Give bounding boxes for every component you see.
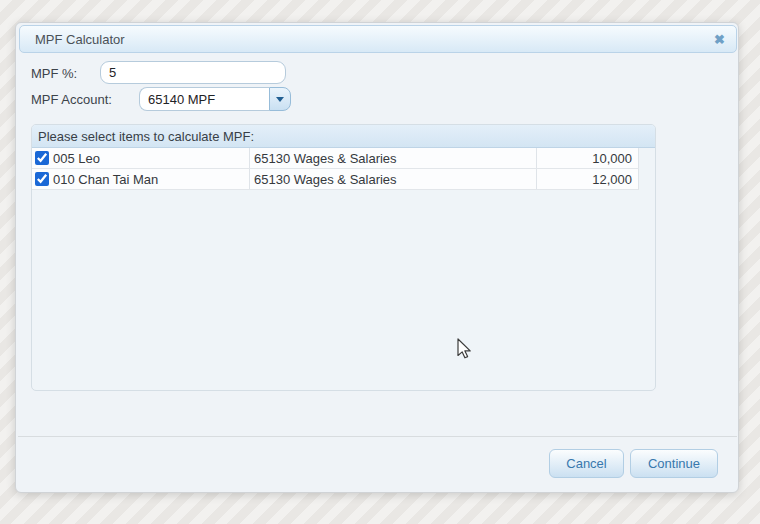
items-panel-header: Please select items to calculate MPF: xyxy=(32,125,655,148)
dialog-titlebar[interactable]: MPF Calculator ✖ xyxy=(19,25,737,53)
items-table: 005 Leo 65130 Wages & Salaries 10,000 01… xyxy=(32,148,639,190)
row-checkbox[interactable] xyxy=(35,151,49,165)
employee-cell: 010 Chan Tai Man xyxy=(32,169,250,189)
dialog-title: MPF Calculator xyxy=(35,32,125,47)
items-panel: Please select items to calculate MPF: 00… xyxy=(31,124,656,391)
desktop-background: { "dialog": { "title": "MPF Calculator",… xyxy=(0,0,760,524)
mpf-calculator-dialog: MPF Calculator ✖ MPF %: MPF Account: Ple… xyxy=(15,22,739,493)
mpf-account-dropdown-button[interactable] xyxy=(269,87,291,111)
account-cell: 65130 Wages & Salaries xyxy=(250,169,537,189)
close-icon[interactable]: ✖ xyxy=(714,33,725,46)
continue-button[interactable]: Continue xyxy=(630,449,718,478)
employee-cell: 005 Leo xyxy=(32,148,250,168)
mpf-percent-row: MPF %: xyxy=(31,61,77,84)
mpf-percent-label: MPF %: xyxy=(31,66,77,81)
mpf-percent-input[interactable] xyxy=(100,61,286,84)
amount-cell: 10,000 xyxy=(537,148,639,168)
chevron-down-icon xyxy=(276,97,284,102)
row-checkbox[interactable] xyxy=(35,172,49,186)
mpf-account-combobox xyxy=(139,87,291,111)
cancel-button[interactable]: Cancel xyxy=(549,449,624,478)
table-row[interactable]: 010 Chan Tai Man 65130 Wages & Salaries … xyxy=(32,169,639,190)
employee-name: 010 Chan Tai Man xyxy=(53,172,158,187)
footer-divider xyxy=(18,436,737,437)
account-cell: 65130 Wages & Salaries xyxy=(250,148,537,168)
mpf-account-label: MPF Account: xyxy=(31,92,112,107)
amount-cell: 12,000 xyxy=(537,169,639,189)
mpf-account-row: MPF Account: xyxy=(31,87,112,111)
mpf-account-input[interactable] xyxy=(139,87,269,111)
table-row[interactable]: 005 Leo 65130 Wages & Salaries 10,000 xyxy=(32,148,639,169)
employee-name: 005 Leo xyxy=(53,151,100,166)
